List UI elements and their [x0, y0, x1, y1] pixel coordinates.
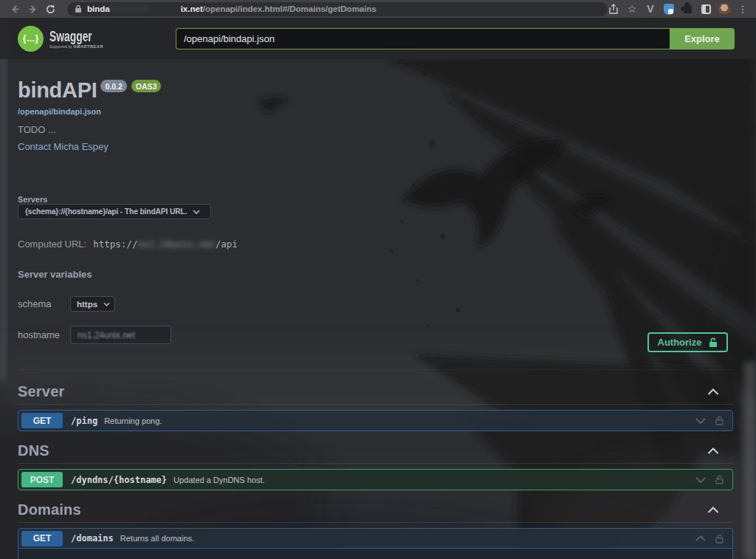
spec-link[interactable]: /openapi/bindapi.json — [18, 107, 733, 116]
unlock-icon — [709, 337, 718, 348]
share-icon[interactable] — [608, 3, 619, 15]
tag-title: Domains — [18, 501, 81, 518]
op-summary: Returns all domains. — [120, 534, 194, 543]
api-description: TODO ... — [18, 124, 733, 135]
hostname-input[interactable]: ns1.24unix.net — [70, 326, 171, 344]
collapse-chevron-icon[interactable] — [707, 507, 719, 513]
extension-v-icon[interactable]: V — [645, 3, 656, 15]
version-badge: 0.0.2 — [100, 80, 126, 92]
computed-url-label: Computed URL: — [18, 239, 86, 250]
schema-select[interactable]: https — [70, 296, 115, 312]
tag-section-server: Server GET /ping Returning pong. — [18, 383, 733, 431]
opblock-post-dyndns[interactable]: POST /dyndns/{hostname} Updated a DynDNS… — [18, 469, 733, 490]
schema-label: schema — [18, 298, 70, 309]
collapse-chevron-icon[interactable] — [707, 388, 719, 395]
method-badge: GET — [21, 413, 63, 428]
tag-title: Server — [18, 383, 64, 400]
url-site-prefix: binda — [87, 4, 110, 13]
extension-shield-icon[interactable] — [663, 3, 675, 15]
authorize-button[interactable]: Authorize — [647, 332, 728, 352]
tab-groups-icon[interactable] — [700, 3, 712, 15]
computed-url-censored: ns1.24unix.net — [137, 239, 215, 250]
tag-header-domains[interactable]: Domains — [18, 501, 733, 523]
lock-icon[interactable] — [715, 416, 724, 425]
oas3-badge: OAS3 — [131, 80, 162, 92]
swagger-logo-text: Swagger — [49, 28, 123, 44]
tag-section-domains: Domains GET /domains Returns all domains… — [18, 501, 733, 559]
lock-icon[interactable] — [715, 534, 724, 543]
address-bar[interactable]: binda •••••• ix.net /openapi/index.html#… — [67, 2, 608, 16]
url-censored-part: •••••• — [110, 4, 181, 13]
hostname-label: hostname — [18, 329, 70, 340]
opblock-get-domains[interactable]: GET /domains Returns all domains. — [18, 528, 733, 559]
method-badge: GET — [21, 531, 63, 546]
site-lock-icon — [75, 4, 82, 13]
computed-url-value: https://ns1.24unix.net/api — [93, 239, 238, 250]
swagger-logo-tagline: Supported by SMARTBEAR — [49, 44, 160, 49]
tag-section-dns: DNS POST /dyndns/{hostname} Updated a Dy… — [18, 442, 733, 490]
tag-title: DNS — [18, 442, 49, 459]
op-summary: Updated a DynDNS host. — [173, 476, 265, 484]
extensions-puzzle-icon[interactable] — [681, 3, 693, 15]
method-badge: POST — [21, 472, 63, 487]
chevron-down-icon — [103, 302, 110, 306]
tag-header-dns[interactable]: DNS — [18, 442, 733, 464]
op-path: /ping — [71, 416, 97, 426]
url-site-suffix: ix.net — [181, 4, 203, 13]
bookmark-star-icon[interactable]: ☆ — [626, 3, 638, 15]
opblock-body — [18, 549, 732, 559]
op-path: /domains — [71, 533, 114, 543]
swagger-topbar: {…} Swagger Supported by SMARTBEAR Explo… — [0, 18, 756, 59]
lock-icon[interactable] — [715, 475, 724, 484]
collapse-chevron-icon[interactable] — [695, 535, 706, 541]
browser-back-icon[interactable] — [10, 4, 21, 15]
expand-chevron-icon[interactable] — [695, 418, 706, 424]
browser-forward-icon[interactable] — [27, 4, 38, 15]
opblock-get-ping[interactable]: GET /ping Returning pong. — [18, 410, 733, 431]
url-path: /openapi/index.html#/Domains/getDomains — [203, 4, 377, 13]
chevron-down-icon — [193, 210, 200, 214]
swagger-logo: {…} Swagger Supported by SMARTBEAR — [18, 26, 160, 52]
scheme-container: Servers {schema}://{hostname}/api - The … — [18, 152, 733, 370]
server-variables-heading: Server variables — [18, 269, 733, 280]
servers-selected-option: {schema}://{hostname}/api - The bindAPI … — [25, 208, 187, 216]
swagger-logo-icon: {…} — [18, 26, 44, 52]
op-path: /dyndns/{hostname} — [71, 475, 167, 485]
api-title: bindAPI — [18, 78, 97, 103]
contact-link[interactable]: Contact Micha Espey — [18, 141, 733, 152]
explore-button[interactable]: Explore — [670, 28, 735, 49]
browser-reload-icon[interactable] — [45, 4, 56, 15]
collapse-chevron-icon[interactable] — [707, 447, 719, 454]
servers-select[interactable]: {schema}://{hostname}/api - The bindAPI … — [18, 204, 211, 219]
tag-header-server[interactable]: Server — [18, 383, 733, 405]
profile-avatar[interactable] — [718, 3, 730, 15]
servers-label: Servers — [18, 195, 733, 204]
op-summary: Returning pong. — [104, 416, 162, 425]
expand-chevron-icon[interactable] — [695, 477, 706, 483]
spec-url-input[interactable] — [176, 28, 670, 49]
browser-chrome: binda •••••• ix.net /openapi/index.html#… — [0, 0, 756, 18]
browser-menu-icon[interactable]: ⋮ — [737, 3, 749, 15]
